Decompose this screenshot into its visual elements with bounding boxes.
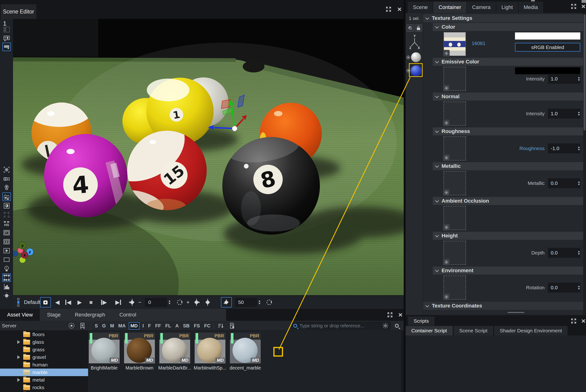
- record-snapshot-button[interactable]: [40, 297, 51, 308]
- scripts-close-icon[interactable]: ×: [580, 318, 586, 324]
- spinner-arrows[interactable]: ▲▼: [578, 285, 580, 290]
- close-icon[interactable]: ×: [396, 6, 403, 13]
- stats-bars-icon[interactable]: [2, 282, 11, 291]
- filter-g[interactable]: G: [101, 323, 107, 329]
- maximize-icon[interactable]: [385, 6, 392, 13]
- texture-id-link[interactable]: 16081: [472, 40, 485, 46]
- value-spinbox[interactable]: 0.0 ▲▼: [548, 283, 580, 292]
- texture-slot[interactable]: [444, 171, 466, 195]
- scripts-maximize-icon[interactable]: [570, 318, 577, 324]
- tab-shader-design-environment[interactable]: Shader Design Environment: [494, 326, 568, 336]
- pivot-grid-icon[interactable]: [2, 292, 11, 300]
- page-toggle-icon[interactable]: [17, 296, 20, 309]
- display-mode-dropdown-icon[interactable]: [2, 42, 11, 51]
- material-radio-white[interactable]: [406, 56, 410, 59]
- step-forward-button[interactable]: ▶: [101, 296, 107, 309]
- tab-camera[interactable]: Camera: [467, 2, 496, 13]
- tab-container[interactable]: Container: [433, 2, 466, 13]
- spinner-arrows[interactable]: ▲▼: [578, 250, 580, 256]
- filter-s[interactable]: S: [94, 323, 99, 329]
- texture-settings-header[interactable]: Texture Settings: [423, 14, 583, 22]
- loop-range-icon[interactable]: [266, 296, 272, 309]
- bookmark-star-icon[interactable]: [79, 321, 86, 331]
- layout-list-icon[interactable]: [2, 25, 11, 34]
- asset-thumbnail[interactable]: PBR MD: [159, 332, 190, 363]
- folder-item-rocks[interactable]: rocks: [0, 384, 88, 391]
- lightbulb-icon[interactable]: [2, 264, 11, 273]
- isolate-toggle-button[interactable]: [406, 24, 414, 32]
- panel-resize-handle[interactable]: [508, 312, 524, 313]
- keyframe-icon[interactable]: [205, 296, 210, 309]
- end-frame-spinbox[interactable]: 50 ▲▼: [235, 296, 261, 309]
- tab-container-script[interactable]: Container Script: [406, 326, 453, 336]
- folder-item-marble[interactable]: marble: [0, 368, 88, 376]
- window-play-icon[interactable]: [2, 246, 11, 255]
- section-header[interactable]: Roughness: [433, 127, 583, 136]
- section-header[interactable]: Ambient Occlusion: [433, 197, 583, 205]
- gear-icon[interactable]: [443, 189, 450, 196]
- search-settings-gear-icon[interactable]: [382, 323, 388, 329]
- spinner-arrows[interactable]: ▲▼: [578, 76, 580, 82]
- hs-mode-icon[interactable]: HS: [2, 220, 11, 228]
- gear-icon[interactable]: [443, 120, 450, 126]
- texture-slot[interactable]: [444, 102, 466, 126]
- frame-spinner-arrows[interactable]: ▲▼: [168, 300, 171, 305]
- node-points-icon[interactable]: [2, 210, 11, 219]
- asset-thumbnail[interactable]: PBR MD: [89, 332, 120, 363]
- texture-slot[interactable]: [444, 276, 466, 300]
- camera-focus-icon[interactable]: [2, 166, 11, 174]
- props-close-icon[interactable]: ×: [580, 3, 586, 10]
- section-header[interactable]: Environment: [433, 266, 583, 274]
- play-button[interactable]: ▶: [78, 296, 82, 309]
- current-frame-spinbox[interactable]: 0 ▲▼: [145, 296, 171, 309]
- skip-start-button[interactable]: ◀: [65, 296, 71, 309]
- stop-button[interactable]: ■: [89, 296, 93, 309]
- filter-md[interactable]: MD: [129, 322, 140, 330]
- value-spinbox[interactable]: 0.0 ▲▼: [548, 178, 580, 188]
- section-header[interactable]: Emissive Color: [433, 58, 583, 66]
- gear-icon[interactable]: [443, 85, 450, 91]
- script-editor-body[interactable]: [406, 336, 586, 392]
- info-note-icon[interactable]: [2, 34, 11, 42]
- filter-ff[interactable]: FF: [154, 323, 162, 329]
- panel-divider[interactable]: [404, 0, 406, 392]
- section-header[interactable]: Metallic: [433, 162, 583, 170]
- filter-sb[interactable]: SB: [182, 323, 191, 329]
- texture-slot[interactable]: [444, 206, 466, 230]
- gear-icon[interactable]: [443, 259, 450, 265]
- document-info-icon[interactable]: [229, 321, 235, 331]
- tab-stage[interactable]: Stage: [40, 309, 68, 321]
- gear-icon[interactable]: [443, 50, 450, 56]
- gear-icon[interactable]: [443, 224, 450, 230]
- panel-close-icon[interactable]: ×: [397, 311, 404, 318]
- tab-asset-view[interactable]: Asset View: [0, 309, 40, 321]
- properties-scrollbar[interactable]: [583, 13, 586, 315]
- contrast-mask-icon[interactable]: [2, 202, 11, 210]
- tab-scene[interactable]: Scene: [408, 2, 433, 13]
- value-spinbox[interactable]: 1.0 ▲▼: [548, 74, 580, 84]
- auto-key-button[interactable]: [221, 297, 232, 308]
- play-reverse-button[interactable]: ◀: [55, 296, 60, 309]
- section-header[interactable]: Normal: [433, 92, 583, 100]
- filter-fl[interactable]: FL: [164, 323, 172, 329]
- folder-item-floors[interactable]: floors: [0, 331, 88, 338]
- folder-item-glass[interactable]: glass: [0, 338, 88, 346]
- loop-playback-icon[interactable]: [176, 296, 183, 309]
- folder-item-grass[interactable]: grass: [0, 346, 88, 354]
- preset-label[interactable]: Default: [24, 296, 40, 309]
- material-sphere-white[interactable]: [411, 52, 421, 62]
- folder-item-human[interactable]: human: [0, 361, 88, 368]
- tab-control[interactable]: Control: [112, 309, 143, 321]
- color-swatch[interactable]: [515, 32, 580, 40]
- value-spinbox[interactable]: 1.0 ▲▼: [548, 109, 580, 118]
- section-header[interactable]: Height: [433, 232, 583, 240]
- increment-frame-button[interactable]: +: [186, 296, 190, 309]
- filter-ma[interactable]: MA: [117, 323, 127, 329]
- texture-slot[interactable]: [444, 241, 466, 265]
- light-eye-icon[interactable]: [2, 184, 11, 192]
- scripts-tab[interactable]: Scripts: [408, 316, 434, 326]
- filter-m[interactable]: M: [109, 323, 115, 329]
- texture-slot[interactable]: [444, 32, 466, 56]
- search-input[interactable]: [300, 323, 382, 328]
- filter-fc[interactable]: FC: [203, 323, 212, 329]
